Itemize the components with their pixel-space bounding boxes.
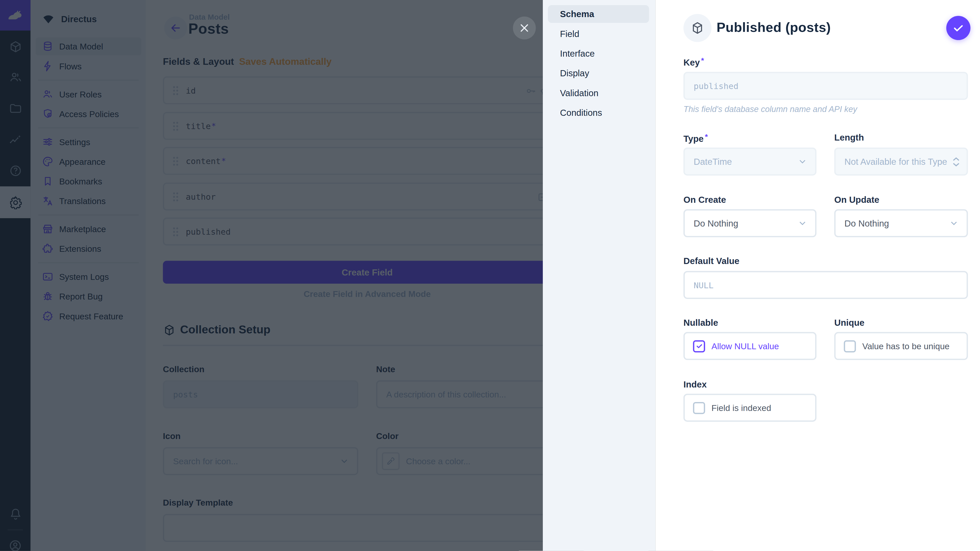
drawer-tab-rail: Schema Field Interface Display Validatio… <box>543 0 655 551</box>
length-placeholder: Not Available for this Type <box>845 156 947 167</box>
drawer-close-button[interactable] <box>513 17 536 40</box>
index-checkbox-label: Field is indexed <box>711 403 771 413</box>
on-create-select[interactable]: Do Nothing <box>683 209 816 237</box>
key-helper-text: This field's database column name and AP… <box>683 104 857 114</box>
save-button[interactable] <box>946 16 970 40</box>
chevron-down-icon <box>949 218 959 228</box>
default-value-label: Default Value <box>683 256 739 266</box>
type-label-text: Type <box>683 134 703 144</box>
tab-display[interactable]: Display <box>548 64 649 82</box>
type-select: DateTime <box>683 148 816 176</box>
type-label: Type* <box>683 132 708 144</box>
required-mark: * <box>701 56 704 65</box>
length-label: Length <box>834 132 864 143</box>
drawer-title: Published (posts) <box>717 20 831 35</box>
tab-conditions[interactable]: Conditions <box>548 103 649 121</box>
checkbox-unchecked-icon[interactable] <box>693 402 705 414</box>
on-update-select[interactable]: Do Nothing <box>834 209 968 237</box>
index-checkbox-row[interactable]: Field is indexed <box>683 394 816 422</box>
stepper-icons <box>952 156 960 167</box>
on-create-label: On Create <box>683 195 726 205</box>
field-detail-drawer: Schema Field Interface Display Validatio… <box>543 0 980 551</box>
type-value: DateTime <box>694 156 732 167</box>
on-update-label: On Update <box>834 195 879 205</box>
checkbox-checked-icon[interactable] <box>693 340 705 352</box>
nullable-label: Nullable <box>683 318 718 327</box>
default-value-input[interactable]: NULL <box>683 271 968 299</box>
nullable-checkbox-row[interactable]: Allow NULL value <box>683 332 816 360</box>
directus-app: Directus Data Model Flows User Roles Acc… <box>0 0 980 551</box>
on-create-value: Do Nothing <box>694 218 738 228</box>
required-mark: * <box>705 132 708 141</box>
drawer-body: Published (posts) Key* published This fi… <box>655 0 980 551</box>
close-icon <box>518 22 531 35</box>
chevron-down-icon <box>797 218 808 228</box>
length-input: Not Available for this Type <box>834 148 968 176</box>
unique-label: Unique <box>834 318 864 327</box>
key-label-text: Key <box>683 57 700 67</box>
field-box-icon <box>683 14 711 42</box>
default-value-placeholder: NULL <box>694 280 714 289</box>
index-label: Index <box>683 379 707 389</box>
tab-interface[interactable]: Interface <box>548 44 649 62</box>
tab-field[interactable]: Field <box>548 25 649 43</box>
key-value: published <box>694 81 738 91</box>
checkbox-unchecked-icon[interactable] <box>844 340 856 352</box>
tab-schema[interactable]: Schema <box>548 5 649 23</box>
unique-checkbox-row[interactable]: Value has to be unique <box>834 332 968 360</box>
chevron-down-icon <box>797 156 808 167</box>
on-update-value: Do Nothing <box>845 218 889 228</box>
nullable-checkbox-label: Allow NULL value <box>711 341 779 351</box>
key-label: Key* <box>683 56 704 67</box>
key-input: published <box>683 72 968 100</box>
check-icon <box>952 22 965 35</box>
unique-checkbox-label: Value has to be unique <box>862 341 950 351</box>
tab-validation[interactable]: Validation <box>548 84 649 102</box>
